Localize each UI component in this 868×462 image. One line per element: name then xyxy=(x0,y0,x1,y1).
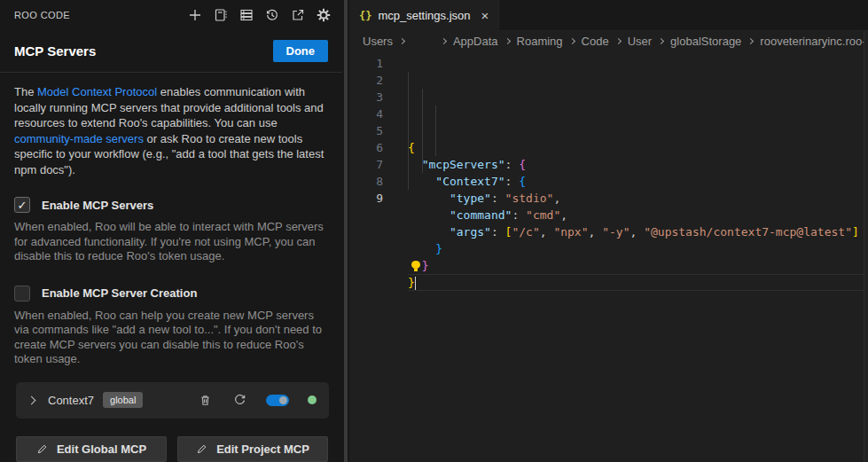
tab-bar: {} mcp_settings.json × xyxy=(349,0,868,31)
editor-scrollbar[interactable] xyxy=(864,31,868,462)
community-made-servers-link[interactable]: community-made servers xyxy=(14,132,144,145)
panel-title: ROO CODE xyxy=(14,10,70,20)
code-token: ] xyxy=(852,225,859,239)
code-token: , xyxy=(540,225,554,239)
json-file-icon: {} xyxy=(359,10,371,22)
code-token: "/c" xyxy=(512,225,539,239)
code-line[interactable]: "args": ["/c", "npx", "-y", "@upstash/co… xyxy=(408,223,868,240)
breadcrumb-separator-icon xyxy=(615,37,622,43)
code-token: : xyxy=(512,208,526,222)
code-line[interactable]: "command": "cmd", xyxy=(408,207,868,223)
close-icon[interactable]: × xyxy=(481,9,489,22)
line-number: 6 xyxy=(349,139,383,156)
code-token: , xyxy=(630,225,645,239)
trash-icon[interactable] xyxy=(197,392,213,408)
breadcrumb-separator-icon xyxy=(658,37,664,43)
notebook-icon[interactable] xyxy=(213,7,229,23)
enable-mcp-servers-checkbox[interactable] xyxy=(14,197,30,213)
roo-code-panel: ROO CODE xyxy=(0,0,342,462)
code-token: : xyxy=(505,158,520,171)
chevron-right-icon[interactable] xyxy=(27,395,36,404)
pencil-icon xyxy=(36,443,48,455)
line-number: 2 xyxy=(349,72,383,89)
intro-text: The xyxy=(14,85,37,98)
breadcrumb-item[interactable]: Roaming xyxy=(517,35,563,48)
editor-group: {} mcp_settings.json × UsersAppDataRoami… xyxy=(349,0,868,462)
code-token xyxy=(408,225,450,239)
code-token: { xyxy=(519,175,526,188)
line-number: 9 xyxy=(349,190,383,207)
code-token: "@upstash/context7-mcp@latest" xyxy=(644,225,852,239)
panel-actions xyxy=(187,7,332,23)
model-context-protocol-link[interactable]: Model Context Protocol xyxy=(37,85,157,98)
code-line[interactable]: "type": "stdio", xyxy=(408,190,868,207)
breadcrumb-item[interactable]: Users xyxy=(363,35,393,48)
breadcrumb-item[interactable]: AppData xyxy=(453,35,498,48)
line-number: 4 xyxy=(349,106,383,122)
enable-mcp-creation-row[interactable]: Enable MCP Server Creation xyxy=(14,286,328,301)
code-token xyxy=(408,158,422,171)
code-token: "Context7" xyxy=(435,175,504,188)
code-token: "command" xyxy=(450,208,512,222)
code-line[interactable]: "mcpServers": { xyxy=(408,156,868,173)
status-dot xyxy=(308,395,317,404)
toggle-switch[interactable] xyxy=(266,395,289,406)
line-number: 1 xyxy=(349,55,383,72)
code-token: : xyxy=(491,192,505,205)
edit-project-mcp-label: Edit Project MCP xyxy=(216,442,309,456)
edit-buttons-row: Edit Global MCP Edit Project MCP xyxy=(16,436,328,462)
server-row-actions xyxy=(197,392,317,408)
gear-icon[interactable] xyxy=(316,7,332,23)
edit-project-mcp-button[interactable]: Edit Project MCP xyxy=(177,436,328,462)
enable-mcp-creation-checkbox[interactable] xyxy=(14,286,30,301)
breadcrumb: UsersAppDataRoamingCodeUserglobalStorage… xyxy=(349,31,868,51)
done-button[interactable]: Done xyxy=(273,40,329,62)
breadcrumb-item[interactable]: User xyxy=(628,35,652,48)
breadcrumb-separator-icon xyxy=(399,37,405,43)
edit-global-mcp-label: Edit Global MCP xyxy=(57,442,146,456)
code-lines[interactable]: { "mcpServers": { "Context7": { "type": … xyxy=(383,55,868,291)
breadcrumb-item[interactable]: Code xyxy=(582,35,609,48)
code-token xyxy=(408,175,435,188)
tab-mcp-settings-json[interactable]: {} mcp_settings.json × xyxy=(349,0,499,31)
code-line[interactable]: "Context7": { xyxy=(408,173,868,190)
pencil-icon xyxy=(196,443,207,455)
enable-mcp-servers-label: Enable MCP Servers xyxy=(42,199,153,212)
enable-mcp-servers-description: When enabled, Roo will be able to intera… xyxy=(14,220,328,264)
code-line[interactable]: } xyxy=(408,240,868,257)
open-external-icon[interactable] xyxy=(290,7,306,23)
code-token: } xyxy=(408,276,415,289)
gutter: 123456789 xyxy=(349,55,383,291)
code-token: "type" xyxy=(450,192,491,205)
mcp-servers-icon[interactable] xyxy=(239,7,254,23)
enable-mcp-creation-section: Enable MCP Server Creation When enabled,… xyxy=(14,286,328,367)
panel-scrollbar[interactable] xyxy=(342,0,349,462)
code-token: { xyxy=(519,158,526,171)
code-line[interactable]: } xyxy=(408,274,868,291)
code-token: { xyxy=(408,141,415,154)
refresh-icon[interactable] xyxy=(231,392,247,408)
line-number: 7 xyxy=(349,156,383,173)
code-area[interactable]: 123456789 { "mcpServers": { "Context7": … xyxy=(349,51,868,291)
code-token: "npx" xyxy=(553,225,588,239)
edit-global-mcp-button[interactable]: Edit Global MCP xyxy=(16,436,167,462)
breadcrumb-item[interactable]: globalStorage xyxy=(670,35,741,48)
breadcrumb-item[interactable]: rooveterinaryinc.roo-cli xyxy=(760,35,868,48)
lightbulb-icon[interactable] xyxy=(411,261,420,269)
tab-label: mcp_settings.json xyxy=(378,9,470,22)
enable-mcp-creation-label: Enable MCP Server Creation xyxy=(42,286,197,300)
code-token: , xyxy=(553,192,560,205)
line-number: 5 xyxy=(349,122,383,139)
code-line[interactable]: } xyxy=(408,257,868,274)
code-token xyxy=(408,208,450,222)
code-token: } xyxy=(435,242,442,255)
history-icon[interactable] xyxy=(264,7,280,23)
view-header: MCP Servers Done xyxy=(0,29,342,72)
enable-mcp-creation-description: When enabled, Roo can help you create ne… xyxy=(14,309,328,367)
code-token: "args" xyxy=(450,225,491,239)
code-line[interactable]: { xyxy=(408,139,868,156)
enable-mcp-servers-row[interactable]: Enable MCP Servers xyxy=(14,197,328,213)
line-number: 8 xyxy=(349,173,383,190)
page-title: MCP Servers xyxy=(14,43,96,59)
plus-icon[interactable] xyxy=(187,7,203,23)
